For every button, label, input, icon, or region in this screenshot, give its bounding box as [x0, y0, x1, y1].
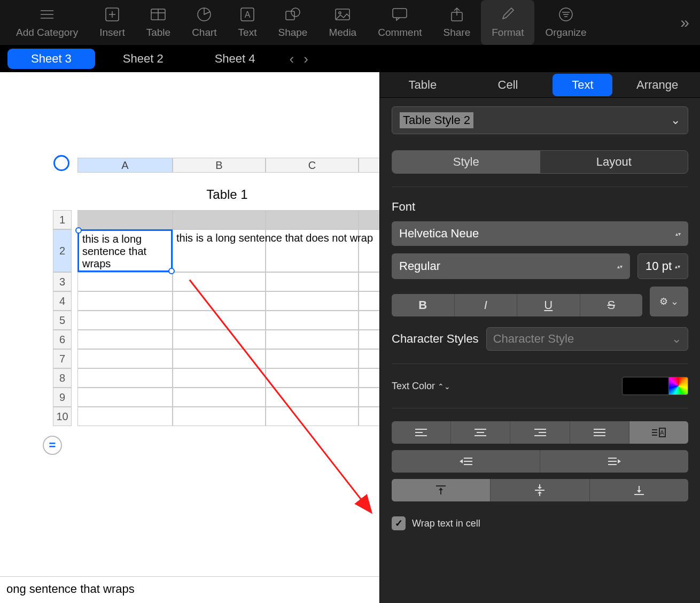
strikethrough-button[interactable]: S — [580, 294, 642, 316]
cell-d5[interactable] — [359, 311, 379, 330]
chart-button[interactable]: Chart — [181, 0, 227, 45]
cell-c5[interactable] — [266, 311, 359, 330]
share-button[interactable]: Share — [433, 0, 481, 45]
character-style-select[interactable]: Character Style ⌄ — [486, 327, 688, 351]
paragraph-style-select[interactable]: Table Style 2 ⌄ — [392, 106, 688, 134]
media-button[interactable]: Media — [318, 0, 367, 45]
underline-button[interactable]: U — [517, 294, 580, 316]
align-center-button[interactable] — [451, 421, 510, 444]
shape-button[interactable]: Shape — [267, 0, 318, 45]
cell-a4[interactable] — [77, 291, 173, 311]
cell-a1[interactable] — [77, 210, 173, 229]
cell-a6[interactable] — [77, 330, 173, 349]
cell-a8[interactable] — [77, 368, 173, 388]
text-color-swatch[interactable] — [622, 377, 669, 395]
color-wheel-button[interactable] — [669, 377, 688, 395]
cell-d10[interactable] — [359, 407, 379, 426]
format-button[interactable]: Format — [481, 0, 534, 45]
cell-a9[interactable] — [77, 388, 173, 407]
cell-b9[interactable] — [173, 388, 266, 407]
valign-bottom-button[interactable] — [590, 479, 688, 501]
cell-d6[interactable] — [359, 330, 379, 349]
cell-c7[interactable] — [266, 349, 359, 368]
cell-b4[interactable] — [173, 291, 266, 311]
cell-a7[interactable] — [77, 349, 173, 368]
font-weight-select[interactable]: Regular ▴▾ — [392, 253, 630, 279]
cell-d3[interactable] — [359, 272, 379, 291]
formula-bar[interactable]: ong sentence that wraps — [0, 576, 379, 603]
font-advanced-button[interactable]: ⚙︎ ⌄ — [650, 287, 688, 316]
cell-c3[interactable] — [266, 272, 359, 291]
cell-a3[interactable] — [77, 272, 173, 291]
cell-c8[interactable] — [266, 368, 359, 388]
inspector-tab-cell[interactable]: Cell — [465, 74, 551, 96]
outdent-button[interactable] — [392, 450, 540, 473]
cell-c6[interactable] — [266, 330, 359, 349]
row-header-3[interactable]: 3 — [53, 272, 72, 291]
cell-c1[interactable] — [266, 210, 359, 229]
add-category-button[interactable]: Add Category — [5, 0, 89, 45]
table-title[interactable]: Table 1 — [77, 187, 377, 202]
cell-a2[interactable]: this is a long sentence that wraps — [77, 229, 173, 272]
inspector-tab-text[interactable]: Text — [553, 74, 612, 96]
row-header-9[interactable]: 9 — [53, 388, 72, 407]
bold-button[interactable]: B — [392, 294, 455, 316]
spreadsheet-canvas[interactable]: A B C Table 1 1 2 3 4 5 6 7 8 9 10 — [0, 72, 379, 603]
indent-button[interactable] — [540, 450, 688, 473]
sheet-tab-2[interactable]: Sheet 2 — [99, 49, 187, 69]
segment-layout[interactable]: Layout — [540, 151, 688, 173]
column-header-d[interactable] — [359, 158, 379, 173]
row-header-2[interactable]: 2 — [53, 229, 72, 272]
cell-b1[interactable] — [173, 210, 266, 229]
sheet-tab-4[interactable]: Sheet 4 — [191, 49, 279, 69]
inspector-tab-arrange[interactable]: Arrange — [615, 74, 700, 96]
wrap-text-checkbox[interactable]: ✓ — [392, 516, 406, 530]
row-header-8[interactable]: 8 — [53, 368, 72, 388]
column-header-b[interactable]: B — [173, 158, 266, 173]
row-header-1[interactable]: 1 — [53, 210, 72, 229]
row-header-7[interactable]: 7 — [53, 349, 72, 368]
comment-button[interactable]: Comment — [367, 0, 432, 45]
insert-button[interactable]: Insert — [89, 0, 136, 45]
text-button[interactable]: A Text — [228, 0, 268, 45]
align-left-button[interactable] — [392, 421, 451, 444]
valign-top-button[interactable] — [392, 479, 491, 501]
row-header-10[interactable]: 10 — [53, 407, 72, 426]
sheet-next-button[interactable]: › — [300, 51, 312, 67]
cell-c10[interactable] — [266, 407, 359, 426]
row-header-4[interactable]: 4 — [53, 291, 72, 311]
toolbar-overflow[interactable]: » — [680, 13, 695, 32]
cell-d1[interactable] — [359, 210, 379, 229]
cell-b6[interactable] — [173, 330, 266, 349]
column-header-a[interactable]: A — [77, 158, 173, 173]
cell-a10[interactable] — [77, 407, 173, 426]
font-family-select[interactable]: Helvetica Neue ▴▾ — [392, 221, 688, 246]
column-header-c[interactable]: C — [266, 158, 359, 173]
font-size-field[interactable]: 10 pt ▴▾ — [637, 253, 688, 279]
selection-handle-tl[interactable] — [75, 227, 82, 234]
valign-middle-button[interactable] — [491, 479, 589, 501]
row-header-5[interactable]: 5 — [53, 311, 72, 330]
cell-c4[interactable] — [266, 291, 359, 311]
cell-d9[interactable] — [359, 388, 379, 407]
table-button[interactable]: Table — [136, 0, 181, 45]
inspector-tab-table[interactable]: Table — [380, 74, 465, 96]
organize-button[interactable]: Organize — [534, 0, 597, 45]
cell-b10[interactable] — [173, 407, 266, 426]
cell-b2[interactable]: this is a long sentence that does not wr… — [173, 229, 266, 272]
selection-handle-br[interactable] — [168, 268, 175, 274]
align-auto-button[interactable]: A — [629, 421, 688, 444]
segment-style[interactable]: Style — [392, 151, 540, 173]
cell-a5[interactable] — [77, 311, 173, 330]
sheet-prev-button[interactable]: ‹ — [286, 51, 298, 67]
cell-d8[interactable] — [359, 368, 379, 388]
cell-d7[interactable] — [359, 349, 379, 368]
add-row-col-handle[interactable]: = — [43, 436, 62, 455]
cell-d4[interactable] — [359, 291, 379, 311]
align-justify-button[interactable] — [570, 421, 629, 444]
align-right-button[interactable] — [510, 421, 570, 444]
italic-button[interactable]: I — [455, 294, 518, 316]
row-header-6[interactable]: 6 — [53, 330, 72, 349]
sheet-tab-3[interactable]: Sheet 3 — [7, 49, 95, 69]
table-select-handle[interactable] — [53, 155, 69, 171]
